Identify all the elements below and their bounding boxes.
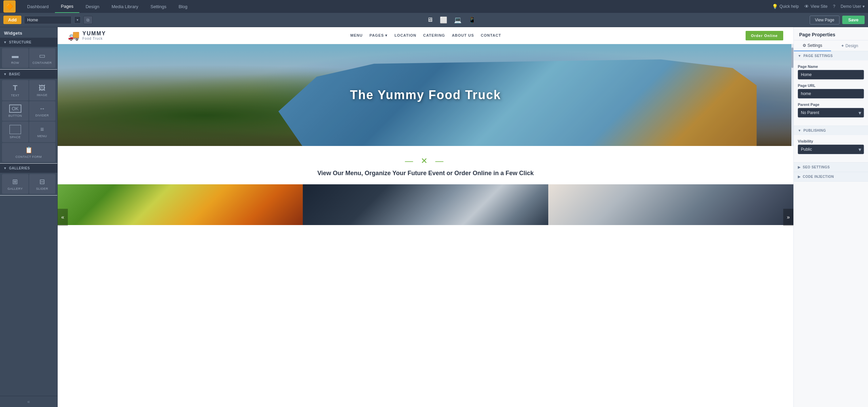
galleries-section-header[interactable]: ▼ GALLERIES (0, 164, 57, 173)
widget-gallery[interactable]: ⊞ GALLERY (2, 174, 28, 194)
widget-text[interactable]: T TEXT (2, 80, 28, 100)
canvas-scroll-left[interactable]: « (58, 209, 68, 226)
help-button[interactable]: ? (833, 4, 835, 9)
code-injection-toggle: ▶ (798, 175, 801, 179)
page-settings-content: Page Name Page URL Parent Page No Parent (794, 60, 868, 126)
widget-menu[interactable]: ≡ MENU (29, 122, 56, 142)
basic-section: ▼ BASIC T TEXT 🖼 IMAGE OK BUTTON ↔ (0, 70, 57, 164)
nav-right-section: 💡 Quick help 👁 View Site ? Demo User ▾ (772, 4, 865, 9)
structure-section: ▼ STRUCTURE ▬ ROW ▭ CONTAINER (0, 38, 57, 70)
quick-help-button[interactable]: 💡 Quick help (772, 4, 799, 9)
gallery-item-food[interactable] (58, 184, 303, 225)
gallery-item-people[interactable] (303, 184, 548, 225)
basic-section-header[interactable]: ▼ BASIC (0, 70, 57, 79)
page-name-field: Page Name (798, 64, 864, 79)
widget-space[interactable]: SPACE (2, 122, 28, 142)
order-online-button[interactable]: Order Online (746, 31, 783, 40)
site-nav-catering[interactable]: CATERING (423, 33, 445, 38)
save-button[interactable]: Save (842, 16, 865, 24)
nav-dashboard[interactable]: Dashboard (21, 0, 55, 13)
widget-row[interactable]: ▬ ROW (2, 48, 28, 68)
seo-settings-section: ▶ SEO SETTINGS (794, 163, 868, 172)
tab-design[interactable]: ✦ Design (831, 40, 868, 51)
publishing-content: Visibility Public Private Password Prote… (794, 135, 868, 162)
page-settings-toggle: ▼ (798, 54, 801, 58)
page-dropdown-button[interactable]: ▾ (74, 16, 81, 23)
publishing-label: PUBLISHING (803, 129, 826, 132)
publishing-header[interactable]: ▼ PUBLISHING (794, 126, 868, 135)
site-nav-contact[interactable]: CONTACT (481, 33, 501, 38)
visibility-field: Visibility Public Private Password Prote… (798, 139, 864, 154)
settings-tab-icon: ⚙ (803, 43, 806, 48)
nav-pages[interactable]: Pages (55, 0, 80, 13)
collapse-sidebar-button[interactable]: « (27, 399, 30, 404)
nav-settings[interactable]: Settings (144, 0, 173, 13)
image-label: IMAGE (37, 93, 47, 97)
scrollbar-thumb[interactable] (791, 48, 793, 68)
widget-image[interactable]: 🖼 IMAGE (29, 80, 56, 100)
nav-design[interactable]: Design (79, 0, 105, 13)
page-name-label: Page Name (798, 64, 864, 69)
menu-icon: ≡ (40, 126, 44, 133)
toolbar: Add ▾ ⧉ 🖥 ⬜ 💻 📱 View Page Save (0, 13, 868, 27)
nav-blog[interactable]: Blog (173, 0, 194, 13)
site-nav-pages[interactable]: PAGES ▾ (370, 33, 388, 38)
divider-label: DIVIDER (35, 114, 49, 117)
view-site-button[interactable]: 👁 View Site (804, 4, 828, 9)
laptop-view-button[interactable]: 💻 (452, 16, 463, 24)
gallery-item-chef[interactable] (548, 184, 793, 225)
image-icon: 🖼 (39, 84, 45, 92)
site-nav-menu[interactable]: MENU (350, 33, 362, 38)
seo-settings-header[interactable]: ▶ SEO SETTINGS (794, 163, 868, 172)
view-controls: 🖥 ⬜ 💻 📱 (425, 16, 478, 24)
design-tab-icon: ✦ (841, 43, 844, 48)
menu-label: MENU (37, 134, 47, 138)
visibility-select-wrap: Public Private Password Protected (798, 145, 864, 154)
widget-slider[interactable]: ⊟ SLIDER (29, 174, 56, 194)
widget-divider[interactable]: ↔ DIVIDER (29, 101, 56, 121)
tab-settings[interactable]: ⚙ Settings (794, 40, 831, 51)
add-button[interactable]: Add (3, 16, 21, 24)
app-logo[interactable]: 🔶 (3, 0, 16, 13)
sidebar-collapse-area: « (0, 396, 57, 407)
tablet-view-button[interactable]: ⬜ (438, 16, 449, 24)
container-label: CONTAINER (33, 61, 52, 64)
widget-container[interactable]: ▭ CONTAINER (29, 48, 56, 68)
settings-tab-label: Settings (808, 43, 822, 48)
user-menu[interactable]: Demo User ▾ (841, 4, 865, 9)
page-url-label: Page URL (798, 84, 864, 88)
canvas-area[interactable]: 🚚 YUMMY Food Truck MENU PAGES ▾ LOCATION… (58, 27, 793, 407)
widget-contact-form[interactable]: 📋 CONTACT FORM (2, 143, 55, 162)
nav-media-library[interactable]: Media Library (105, 0, 144, 13)
canvas-scrollbar[interactable] (791, 44, 793, 146)
code-injection-section: ▶ CODE INJECTION (794, 172, 868, 182)
desktop-view-button[interactable]: 🖥 (425, 16, 435, 24)
page-name-input[interactable] (798, 70, 864, 79)
parent-page-select[interactable]: No Parent (798, 108, 864, 117)
galleries-section: ▼ GALLERIES ⊞ GALLERY ⊟ SLIDER (0, 164, 57, 196)
copy-page-button[interactable]: ⧉ (83, 16, 93, 24)
canvas-scroll-right[interactable]: » (783, 209, 793, 226)
site-nav-links: MENU PAGES ▾ LOCATION CATERING ABOUT US … (350, 33, 501, 38)
quick-help-label: Quick help (780, 4, 799, 9)
view-page-button[interactable]: View Page (810, 16, 839, 24)
divider-icon: ↔ (39, 105, 45, 112)
page-selector-input[interactable] (24, 16, 72, 24)
visibility-select[interactable]: Public Private Password Protected (798, 145, 864, 154)
page-url-input[interactable] (798, 89, 864, 98)
widget-button[interactable]: OK BUTTON (2, 101, 28, 121)
page-properties-tabs: ⚙ Settings ✦ Design (794, 40, 868, 51)
seo-toggle: ▶ (798, 165, 801, 169)
container-icon: ▭ (39, 52, 45, 60)
page-properties-title: Page Properties (794, 27, 868, 40)
mid-section: — ✕ — View Our Menu, Organize Your Futur… (58, 146, 793, 184)
structure-section-header[interactable]: ▼ STRUCTURE (0, 38, 57, 47)
galleries-toggle-icon: ▼ (3, 166, 7, 170)
slider-label: SLIDER (36, 187, 48, 190)
page-settings-header[interactable]: ▼ PAGE SETTINGS (794, 51, 868, 60)
contact-form-label: CONTACT FORM (16, 155, 42, 159)
mobile-view-button[interactable]: 📱 (466, 16, 478, 24)
site-nav-about[interactable]: ABOUT US (452, 33, 474, 38)
site-nav-location[interactable]: LOCATION (394, 33, 416, 38)
code-injection-header[interactable]: ▶ CODE INJECTION (794, 172, 868, 181)
